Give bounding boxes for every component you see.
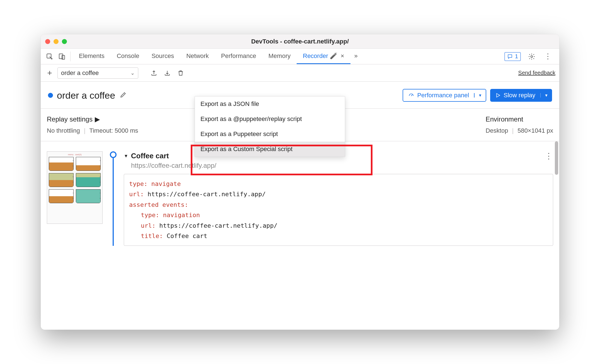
flask-icon: 🧪	[330, 52, 337, 60]
step-name: Coffee cart	[131, 152, 169, 160]
replay-button-label: Slow replay	[504, 92, 535, 99]
steps-panel: menucart(0) ▼ Coffee cart ⋮	[41, 141, 559, 330]
env-device: Desktop	[486, 127, 508, 134]
titlebar: DevTools - coffee-cart.netlify.app/	[41, 34, 559, 49]
environment-label: Environment	[486, 115, 553, 123]
tab-elements[interactable]: Elements	[73, 49, 111, 64]
delete-icon[interactable]	[175, 68, 186, 78]
svg-point-3	[531, 55, 533, 57]
chevron-right-icon: ▶	[95, 115, 100, 123]
timeout-value: Timeout: 5000 ms	[89, 127, 138, 134]
window-title: DevTools - coffee-cart.netlify.app/	[41, 38, 559, 45]
export-custom-special[interactable]: Export as a Custom Special script	[195, 142, 345, 157]
device-toggle-icon[interactable]	[56, 49, 68, 64]
recording-select-value: order a coffee	[61, 69, 99, 77]
kebab-icon[interactable]: ⋮	[543, 51, 553, 62]
perf-button-dropdown[interactable]: ▼	[474, 93, 486, 98]
new-recording-icon[interactable]: +	[45, 68, 55, 78]
maximize-window[interactable]	[62, 39, 67, 44]
window-controls	[45, 39, 67, 44]
issues-chip[interactable]: 1	[504, 52, 521, 61]
export-puppeteer[interactable]: Export as a Puppeteer script	[195, 127, 345, 142]
slow-replay-button[interactable]: Slow replay ▼	[490, 89, 552, 102]
tab-recorder[interactable]: Recorder 🧪 ×	[297, 49, 350, 64]
devtools-window: DevTools - coffee-cart.netlify.app/ Elem…	[41, 34, 559, 330]
import-icon[interactable]	[162, 68, 173, 78]
env-viewport: 580×1041 px	[517, 127, 553, 134]
timeline-node	[110, 151, 117, 158]
export-puppeteer-replay[interactable]: Export as a @puppeteer/replay script	[195, 111, 345, 127]
recording-select[interactable]: order a coffee ⌄	[57, 67, 138, 79]
step-url: https://coffee-cart.netlify.app/	[131, 162, 553, 169]
issues-count: 1	[515, 53, 518, 60]
tab-label: Recorder	[303, 52, 328, 60]
settings-icon[interactable]	[526, 51, 537, 62]
close-tab-icon[interactable]: ×	[341, 52, 344, 60]
divider	[70, 52, 71, 61]
tab-memory[interactable]: Memory	[262, 49, 297, 64]
send-feedback-link[interactable]: Send feedback	[518, 70, 555, 76]
panel-tabs: Elements Console Sources Network Perform…	[41, 49, 559, 64]
step-thumbnail: menucart(0)	[47, 151, 103, 224]
divider: |	[512, 127, 514, 134]
recording-status-dot	[48, 93, 53, 98]
timeline-line	[113, 158, 114, 246]
tab-network[interactable]: Network	[180, 49, 215, 64]
timeline	[110, 151, 117, 246]
export-icon[interactable]	[149, 68, 159, 78]
replay-button-dropdown[interactable]: ▼	[540, 93, 552, 98]
close-window[interactable]	[45, 39, 50, 44]
chevron-down-icon: ▼	[545, 93, 548, 98]
chevron-down-icon: ▼	[478, 93, 482, 98]
scrollbar[interactable]	[555, 141, 558, 175]
tab-sources[interactable]: Sources	[145, 49, 180, 64]
performance-panel-button[interactable]: Performance panel ▼	[403, 89, 486, 102]
throttling-value: No throttling	[47, 127, 80, 134]
recorder-toolbar: + order a coffee ⌄ Send feedback	[41, 64, 559, 82]
recording-title: order a coffee	[57, 90, 115, 101]
export-json[interactable]: Export as a JSON file	[195, 96, 345, 111]
chevron-down-icon: ⌄	[130, 70, 135, 76]
tab-performance[interactable]: Performance	[215, 49, 262, 64]
minimize-window[interactable]	[54, 39, 59, 44]
disclosure-triangle-icon[interactable]: ▼	[124, 154, 128, 159]
tabs-overflow[interactable]: »	[350, 49, 362, 64]
tab-console[interactable]: Console	[111, 49, 146, 64]
svg-rect-1	[59, 54, 63, 59]
export-menu: Export as a JSON file Export as a @puppe…	[195, 96, 345, 157]
perf-button-label: Performance panel	[417, 92, 469, 99]
edit-title-icon[interactable]	[120, 91, 127, 100]
replay-settings-toggle[interactable]: Replay settings ▶	[47, 115, 138, 123]
inspect-icon[interactable]	[43, 49, 56, 64]
divider: |	[84, 127, 86, 134]
step-code[interactable]: type: navigate url: https://coffee-cart.…	[124, 174, 553, 246]
step-more-icon[interactable]: ⋮	[545, 151, 553, 161]
